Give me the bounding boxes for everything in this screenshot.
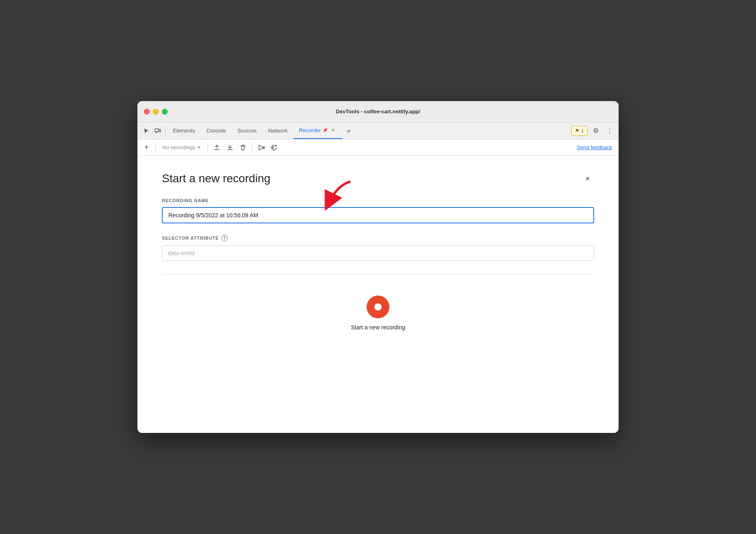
dialog-header: Start a new recording × [162, 172, 594, 185]
toolbar-sep-2 [208, 143, 208, 152]
settings-gear-btn[interactable]: ⚙ [590, 125, 601, 137]
close-traffic-light[interactable] [144, 109, 150, 115]
recorder-toolbar: + No recordings ▼ [137, 139, 619, 156]
export-btn[interactable] [211, 142, 223, 153]
recorder-pin-icon: 📌 [323, 128, 327, 132]
no-recordings-text: No recordings [162, 144, 195, 150]
toolbar-sep-3 [252, 143, 252, 152]
dialog-title: Start a new recording [162, 172, 270, 185]
cursor-icon [143, 128, 150, 134]
title-bar: DevTools - coffee-cart.netlify.app/ [137, 101, 619, 122]
tab-console[interactable]: Console [201, 122, 232, 139]
start-recording-section: Start a new recording [162, 287, 594, 335]
tab-network[interactable]: Network [263, 122, 294, 139]
play-icon [258, 144, 265, 151]
send-feedback-btn[interactable]: Send feedback [573, 144, 615, 150]
import-icon [227, 144, 233, 151]
import-btn[interactable] [224, 142, 236, 153]
add-recording-btn[interactable]: + [141, 142, 152, 153]
more-tabs-btn[interactable]: » [344, 122, 354, 139]
tab-bar-separator [165, 126, 166, 135]
delete-icon [240, 144, 246, 151]
replay-icon [271, 144, 278, 151]
selector-attribute-label: SELECTOR ATTRIBUTE ? [162, 235, 594, 241]
fullscreen-traffic-light[interactable] [162, 109, 168, 115]
svg-rect-1 [159, 130, 161, 132]
recordings-dropdown[interactable]: No recordings ▼ [159, 142, 204, 153]
start-recording-label: Start a new recording [351, 324, 405, 331]
selector-attribute-section: SELECTOR ATTRIBUTE ? [162, 235, 594, 261]
replay-btn[interactable] [269, 142, 280, 153]
issues-icon: ⚑ [575, 128, 579, 134]
device-toggle-btn[interactable] [152, 125, 164, 137]
selector-attribute-input[interactable] [162, 245, 594, 261]
browser-window: DevTools - coffee-cart.netlify.app/ Elem… [137, 101, 619, 433]
svg-rect-0 [155, 129, 159, 132]
recording-name-label: RECORDING NAME [162, 198, 594, 203]
start-recording-button[interactable] [367, 296, 389, 318]
play-btn[interactable] [256, 142, 267, 153]
recording-name-wrapper [162, 207, 594, 223]
recorder-tab-close[interactable]: ✕ [330, 127, 336, 134]
devtools-tabs: Elements Console Sources Network Recorde… [167, 122, 571, 139]
section-divider [162, 274, 594, 274]
device-icon [155, 128, 161, 134]
svg-point-5 [272, 147, 274, 148]
delete-btn[interactable] [237, 142, 249, 153]
main-content: Start a new recording × RECORDING NAME [137, 156, 619, 433]
export-icon [214, 144, 220, 151]
dropdown-chevron-icon: ▼ [197, 145, 201, 150]
toolbar-sep-1 [155, 143, 156, 152]
devtools-tab-bar: Elements Console Sources Network Recorde… [137, 122, 619, 139]
tab-sources[interactable]: Sources [232, 122, 263, 139]
minimize-traffic-light[interactable] [153, 109, 159, 115]
devtools-more-options-btn[interactable]: ⋮ [604, 125, 615, 137]
devtools-right-actions: ⚑ 1 ⚙ ⋮ [571, 125, 615, 137]
cursor-icon-btn[interactable] [141, 125, 152, 137]
recording-name-section: RECORDING NAME [162, 198, 594, 223]
selector-help-icon[interactable]: ? [221, 235, 228, 241]
window-title: DevTools - coffee-cart.netlify.app/ [336, 108, 420, 115]
issues-badge[interactable]: ⚑ 1 [571, 126, 588, 136]
tab-elements[interactable]: Elements [167, 122, 201, 139]
tab-recorder[interactable]: Recorder 📌 ✕ [293, 122, 342, 139]
issues-count: 1 [581, 128, 584, 134]
record-button-inner-dot [374, 303, 382, 311]
dialog-close-btn[interactable]: × [581, 172, 594, 185]
traffic-lights [144, 109, 168, 115]
recording-name-input[interactable] [162, 207, 594, 223]
